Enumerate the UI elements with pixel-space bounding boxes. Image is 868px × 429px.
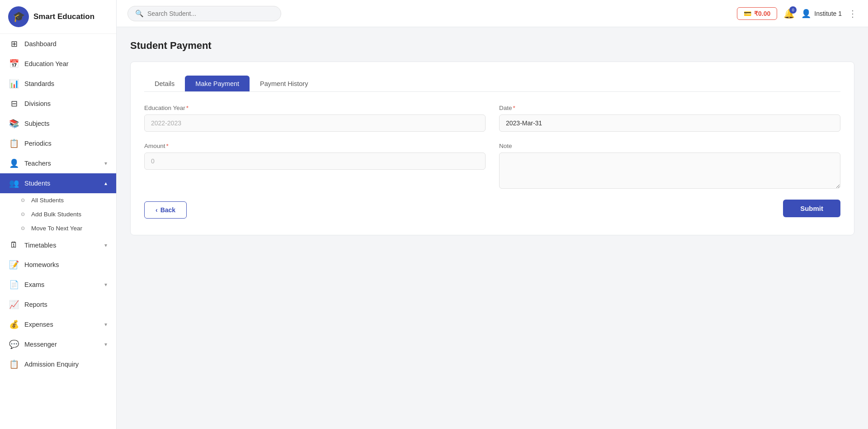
exams-icon: 📄 (9, 280, 19, 290)
sidebar-item-label: Periodics (24, 140, 107, 147)
divisions-icon: ⊟ (9, 99, 19, 109)
sidebar-item-label: Homeworks (24, 261, 107, 268)
sidebar-item-teachers[interactable]: 👤 Teachers ▾ (0, 153, 116, 173)
sidebar-item-label: Exams (24, 281, 99, 288)
sidebar-item-timetables[interactable]: 🗓 Timetables ▾ (0, 235, 116, 255)
amount-group: Amount* (144, 143, 486, 189)
tab-payment-history[interactable]: Payment History (250, 76, 318, 91)
sidebar-item-label: Standards (24, 80, 107, 87)
sidebar-item-label: Teachers (24, 160, 99, 167)
expenses-icon: 💰 (9, 319, 19, 329)
form-row-1: Education Year* Date* (144, 105, 840, 132)
sidebar-item-reports[interactable]: 📈 Reports (0, 295, 116, 315)
all-students-label: All Students (31, 197, 64, 204)
logo-area: 🎓 Smart Education (0, 0, 116, 34)
sidebar-item-label: Dashboard (24, 40, 107, 48)
main-area: 🔍 💳 ₹0.00 🔔 0 👤 Institute 1 ⋮ Student Pa… (117, 0, 868, 429)
homeworks-icon: 📝 (9, 260, 19, 270)
teachers-icon: 👤 (9, 158, 19, 168)
sidebar-item-label: Expenses (24, 321, 99, 328)
app-name: Smart Education (33, 12, 94, 21)
rupee-button[interactable]: 💳 ₹0.00 (737, 7, 777, 20)
submit-button[interactable]: Submit (783, 200, 840, 217)
students-icon: 👥 (9, 178, 19, 188)
chevron-down-icon: ▾ (104, 281, 107, 288)
sidebar-item-label: Timetables (24, 242, 99, 249)
notification-badge: 0 (789, 6, 797, 14)
note-label: Note (499, 143, 840, 149)
sidebar-item-divisions[interactable]: ⊟ Divisions (0, 94, 116, 114)
page-title: Student Payment (130, 40, 854, 52)
tabs: Details Make Payment Payment History (144, 76, 840, 92)
sidebar-subitem-all-students[interactable]: All Students (0, 193, 116, 207)
sidebar-item-label: Students (24, 180, 99, 187)
standards-icon: 📊 (9, 79, 19, 89)
search-input[interactable] (147, 10, 274, 17)
move-to-next-year-label: Move To Next Year (31, 225, 82, 232)
tab-details[interactable]: Details (144, 76, 185, 91)
timetables-icon: 🗓 (9, 240, 19, 250)
sidebar-item-label: Subjects (24, 120, 107, 127)
date-label: Date* (499, 105, 840, 111)
chevron-left-icon: ‹ (156, 206, 158, 214)
logo-icon: 🎓 (8, 6, 29, 27)
button-row: ‹ Back (144, 201, 783, 219)
search-icon: 🔍 (135, 10, 144, 18)
payment-card: Details Make Payment Payment History Edu… (130, 62, 854, 235)
user-avatar-icon: 👤 (801, 9, 811, 19)
chevron-up-icon: ▴ (104, 180, 107, 186)
note-input[interactable] (499, 153, 840, 189)
education-year-icon: 📅 (9, 59, 19, 69)
reports-icon: 📈 (9, 300, 19, 310)
back-label: Back (160, 206, 175, 214)
amount-input[interactable] (144, 153, 486, 170)
header-right: 💳 ₹0.00 🔔 0 👤 Institute 1 ⋮ (737, 7, 857, 20)
messenger-icon: 💬 (9, 339, 19, 349)
periodics-icon: 📋 (9, 138, 19, 148)
user-area[interactable]: 👤 Institute 1 (801, 9, 842, 19)
sidebar: 🎓 Smart Education ⊞ Dashboard 📅 Educatio… (0, 0, 117, 429)
admission-icon: 📋 (9, 359, 19, 369)
education-year-label: Education Year* (144, 105, 486, 111)
note-group: Note (499, 143, 840, 189)
date-input[interactable] (499, 114, 840, 132)
sidebar-item-label: Messenger (24, 341, 99, 348)
rupee-icon: 💳 (744, 10, 751, 17)
content-area: Student Payment Details Make Payment Pay… (117, 27, 868, 429)
user-name: Institute 1 (814, 10, 842, 17)
chevron-down-icon: ▾ (104, 341, 107, 348)
education-year-input[interactable] (144, 114, 486, 132)
back-button[interactable]: ‹ Back (144, 201, 187, 219)
subjects-icon: 📚 (9, 119, 19, 129)
more-options-button[interactable]: ⋮ (848, 8, 857, 19)
sidebar-item-dashboard[interactable]: ⊞ Dashboard (0, 34, 116, 54)
chevron-down-icon: ▾ (104, 160, 107, 167)
sidebar-item-standards[interactable]: 📊 Standards (0, 74, 116, 94)
header: 🔍 💳 ₹0.00 🔔 0 👤 Institute 1 ⋮ (117, 0, 868, 27)
form-row-2: Amount* Note (144, 143, 840, 189)
sidebar-item-students[interactable]: 👥 Students ▴ (0, 173, 116, 193)
tab-make-payment[interactable]: Make Payment (185, 76, 250, 91)
sidebar-item-label: Education Year (24, 60, 107, 67)
chevron-down-icon: ▾ (104, 242, 107, 248)
education-year-group: Education Year* (144, 105, 486, 132)
sidebar-subitem-move-to-next-year[interactable]: Move To Next Year (0, 221, 116, 235)
search-box[interactable]: 🔍 (127, 6, 281, 21)
dashboard-icon: ⊞ (9, 39, 19, 49)
sidebar-item-label: Divisions (24, 100, 107, 107)
sidebar-item-homeworks[interactable]: 📝 Homeworks (0, 255, 116, 275)
sidebar-item-periodics[interactable]: 📋 Periodics (0, 133, 116, 153)
sidebar-item-admission-enquiry[interactable]: 📋 Admission Enquiry (0, 354, 116, 374)
date-group: Date* (499, 105, 840, 132)
sidebar-item-exams[interactable]: 📄 Exams ▾ (0, 275, 116, 295)
amount-label: Amount* (144, 143, 486, 149)
rupee-amount: ₹0.00 (754, 10, 770, 17)
sidebar-item-expenses[interactable]: 💰 Expenses ▾ (0, 315, 116, 334)
sidebar-item-education-year[interactable]: 📅 Education Year (0, 54, 116, 74)
sidebar-item-subjects[interactable]: 📚 Subjects (0, 114, 116, 133)
sidebar-item-label: Admission Enquiry (24, 361, 107, 368)
sidebar-subitem-add-bulk-students[interactable]: Add Bulk Students (0, 207, 116, 221)
add-bulk-students-label: Add Bulk Students (31, 211, 81, 218)
notification-button[interactable]: 🔔 0 (783, 8, 795, 19)
sidebar-item-messenger[interactable]: 💬 Messenger ▾ (0, 334, 116, 354)
